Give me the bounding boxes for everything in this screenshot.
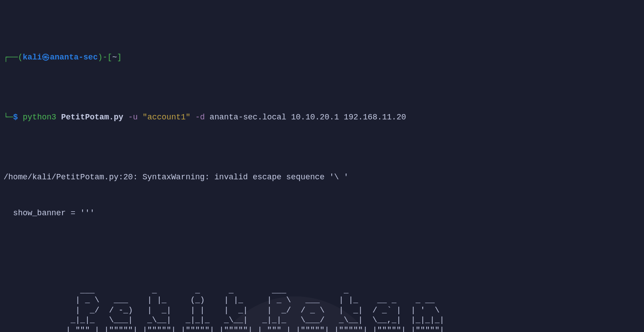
prompt-corner-top: ┌── bbox=[4, 53, 18, 62]
command-arg-u: "account1" bbox=[142, 113, 190, 122]
prompt-host: ananta-sec bbox=[50, 53, 98, 62]
prompt-lparen: ( bbox=[18, 53, 23, 62]
prompt-dollar: $ bbox=[13, 113, 18, 122]
prompt-cwd: ~ bbox=[112, 53, 117, 62]
prompt-corner-bot: └─ bbox=[4, 113, 13, 122]
command-ip1: 10.10.20.1 bbox=[291, 113, 339, 122]
command-flag-d: -d bbox=[195, 113, 205, 122]
command-domain: ananta-sec.local bbox=[210, 113, 287, 122]
terminal-output: ┌──(kali㉿ananta-sec)-[~] └─$ python3 Pet… bbox=[0, 4, 644, 332]
command-flag-u: -u bbox=[128, 113, 138, 122]
command-script: PetitPotam.py bbox=[61, 113, 123, 122]
syntax-warning-line: /home/kali/PetitPotam.py:20: SyntaxWarni… bbox=[0, 171, 644, 183]
prompt-skull-icon: ㉿ bbox=[42, 53, 50, 62]
show-banner-line: show_banner = ''' bbox=[0, 207, 644, 219]
prompt-line-2[interactable]: └─$ python3 PetitPotam.py -u "account1" … bbox=[0, 111, 644, 123]
prompt-rbracket: )-[ bbox=[98, 53, 112, 62]
prompt-line-1: ┌──(kali㉿ananta-sec)-[~] bbox=[0, 51, 644, 63]
prompt-close: ] bbox=[117, 53, 122, 62]
command-ip2: 192.168.11.20 bbox=[344, 113, 406, 122]
ascii-banner: ___ _ _ _ ___ _ | _ \ ___ | |_ (_) | |_ … bbox=[0, 275, 644, 332]
command-interpreter: python3 bbox=[23, 113, 56, 122]
prompt-user: kali bbox=[23, 53, 42, 62]
